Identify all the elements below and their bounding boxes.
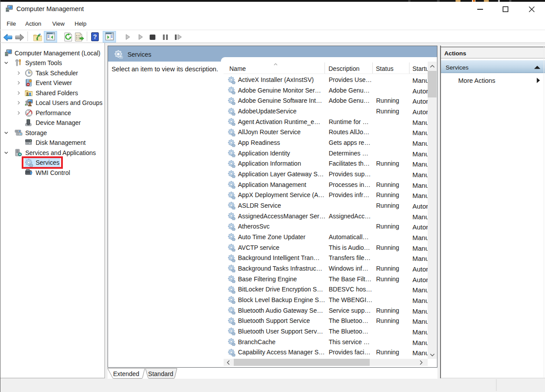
svg-text:?: ? (93, 33, 97, 40)
svg-text:Standard: Standard (148, 370, 174, 377)
svg-text:Extended: Extended (113, 370, 139, 377)
